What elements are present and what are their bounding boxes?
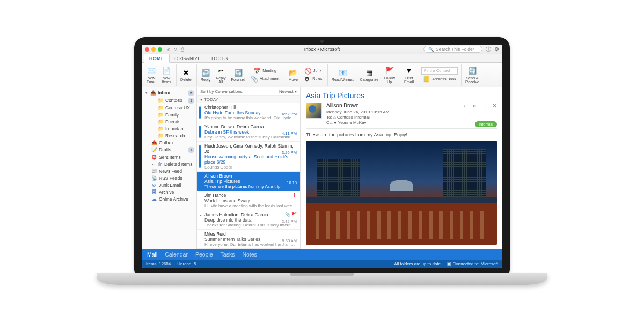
- status-connected: ▣ Connected to: Microsoft: [447, 261, 498, 266]
- filter-email-button[interactable]: ▼FilterEmail: [402, 64, 415, 86]
- message-item[interactable]: ▸ 📎🚩 James Halmitton, Debra Garcia Deep …: [197, 210, 300, 230]
- reading-pane: Asia Trip Pictures Allison Brown Monday …: [301, 87, 502, 249]
- app-window: ⎌ ↻ ⎙ Inbox • Microsoft 🔍 Search This Fo…: [142, 45, 502, 268]
- search-input[interactable]: 🔍 Search This Folder: [423, 46, 482, 53]
- sidebar-online-archive[interactable]: ☁Online Archive: [142, 195, 196, 202]
- folder-icon: 📁: [158, 126, 163, 131]
- prev-arrow-icon[interactable]: ←: [463, 103, 469, 109]
- sidebar-junk[interactable]: ⊘Junk Email: [142, 181, 196, 188]
- junk-icon: 🚫: [304, 67, 312, 75]
- new-items-button[interactable]: 📄NewItems: [160, 64, 173, 86]
- forward-icon: ↪️: [233, 68, 243, 77]
- flag-icon: 🚩: [385, 66, 394, 76]
- chevron-down-icon: ▾: [145, 91, 148, 95]
- tab-organize[interactable]: ORGANIZE: [170, 54, 206, 62]
- junk-button[interactable]: 🚫Junk: [302, 67, 324, 75]
- message-item[interactable]: ▸ Heidi Joseph, Gina Kennedy, Ralph Stam…: [197, 142, 300, 172]
- reply-all-button[interactable]: ⤺ReplyAll: [214, 64, 227, 86]
- laptop-base: [97, 273, 547, 285]
- undo-icon[interactable]: ⎌: [167, 47, 170, 52]
- folder-count-badge: 1: [188, 98, 194, 104]
- group-today[interactable]: ▾TODAY: [197, 96, 300, 103]
- category-pill[interactable]: Informal: [475, 121, 497, 127]
- sender-avatar[interactable]: [306, 103, 322, 119]
- nav-people[interactable]: People: [195, 251, 213, 258]
- status-unread: Unread: 5: [177, 261, 196, 266]
- unread-indicator: [199, 145, 201, 168]
- follow-up-button[interactable]: 🚩FollowUp: [382, 64, 397, 86]
- forward-button[interactable]: ↪️Forward: [230, 64, 247, 86]
- message-item[interactable]: Christopher Hill Old Hyde Farm this Sund…: [197, 103, 300, 122]
- print-icon[interactable]: ⎙: [181, 47, 184, 52]
- tab-home[interactable]: HOME: [144, 54, 170, 63]
- sidebar-folder-contoso-ux[interactable]: 📁Contoso UX: [142, 104, 196, 111]
- categorize-button[interactable]: ▦Categorize: [358, 64, 380, 86]
- folder-icon: 📁: [158, 133, 163, 138]
- settings-icon[interactable]: ⚙: [494, 46, 499, 52]
- folder-icon: 📁: [158, 112, 163, 118]
- window-zoom-button[interactable]: [158, 47, 162, 52]
- exclaim-icon: ❗: [291, 193, 297, 197]
- window-minimize-button[interactable]: [151, 47, 156, 52]
- sidebar-folder-friends[interactable]: 📁Friends: [142, 118, 196, 125]
- sidebar-inbox[interactable]: ▾📥Inbox5: [142, 89, 196, 97]
- inbox-icon: 📥: [150, 90, 156, 96]
- sidebar-folder-research[interactable]: 📁Research: [142, 132, 196, 139]
- close-preview-icon[interactable]: ✕: [492, 103, 497, 109]
- reply-arrow-icon[interactable]: ↞: [473, 103, 478, 109]
- attachment-button[interactable]: 📎Attachment: [249, 75, 281, 83]
- sort-order-toggle[interactable]: Newest ▾: [279, 89, 297, 94]
- nav-tasks[interactable]: Tasks: [221, 251, 235, 258]
- sidebar-drafts[interactable]: 📝Drafts1: [142, 146, 196, 153]
- thread-expand-icon[interactable]: ▸: [200, 213, 202, 217]
- help-icon[interactable]: ⓘ: [486, 46, 491, 53]
- find-contact-input[interactable]: Find a Contact: [421, 67, 458, 75]
- attachment-image[interactable]: [306, 141, 497, 245]
- rules-button[interactable]: ⚙Rules: [302, 75, 324, 83]
- message-list-pane: Sort by Conversations Newest ▾ ▾TODAY Ch…: [197, 87, 301, 249]
- reply-button[interactable]: ↩️Reply: [199, 64, 212, 86]
- message-item[interactable]: ❗ Jim Hance Work Items and Swags Hi, We …: [197, 191, 300, 210]
- sidebar-folder-family[interactable]: 📁Family: [142, 111, 196, 118]
- drafts-count-badge: 1: [188, 147, 194, 153]
- sidebar-newsfeed[interactable]: 📰News Feed: [142, 167, 196, 174]
- message-body-text: These are the pictures from my Asia trip…: [306, 129, 497, 137]
- sidebar-sent[interactable]: 📮Sent Items: [142, 153, 196, 160]
- search-icon: 🔍: [428, 47, 434, 52]
- sidebar-folder-contoso[interactable]: 📁Contoso1: [142, 97, 196, 104]
- meeting-button[interactable]: 📅Meeting: [249, 67, 281, 75]
- delete-button[interactable]: ✖Delete: [179, 64, 193, 86]
- reply-icon: ↩️: [201, 68, 210, 77]
- nav-notes[interactable]: Notes: [242, 251, 257, 258]
- send-receive-button[interactable]: 🔄Send &Receive: [464, 64, 481, 86]
- redo-icon[interactable]: ↻: [173, 47, 178, 52]
- module-switcher: Mail Calendar People Tasks Notes: [142, 249, 502, 260]
- new-email-button[interactable]: ✉️NewEmail: [145, 64, 158, 86]
- message-item[interactable]: Miles Reid Summer Intern Talks Series Hi…: [197, 230, 300, 249]
- message-item-selected[interactable]: Allison Brown Asia Trip Pictures These a…: [197, 172, 300, 191]
- delete-icon: ✖: [181, 68, 191, 77]
- message-cc: Cc: ● Yvonne McKay: [326, 120, 389, 126]
- folder-sidebar: ▾📥Inbox5 📁Contoso1 📁Contoso UX 📁Family 📁…: [142, 87, 197, 249]
- sidebar-archive[interactable]: 🗄Archive: [142, 188, 196, 195]
- sidebar-outbox[interactable]: 📤Outbox: [142, 139, 196, 146]
- next-arrow-icon[interactable]: →: [482, 103, 488, 109]
- move-button[interactable]: 📂Move: [287, 64, 299, 86]
- sort-by-label[interactable]: Sort by Conversations: [200, 89, 243, 94]
- window-close-button[interactable]: [145, 47, 149, 52]
- sidebar-deleted[interactable]: ▸🗑Deleted Items: [142, 160, 196, 167]
- rss-icon: 📡: [151, 175, 157, 181]
- nav-calendar[interactable]: Calendar: [165, 251, 188, 258]
- nav-mail[interactable]: Mail: [147, 251, 157, 258]
- sidebar-rss[interactable]: 📡RSS Feeds: [142, 174, 196, 181]
- sidebar-folder-important[interactable]: 📁Important: [142, 125, 196, 132]
- message-to: To: ⌂ Contoso Informal: [326, 115, 389, 120]
- message-item[interactable]: ▸ Yvonne Drown, Debra Garcia Debra in SF…: [197, 122, 300, 142]
- book-icon: 📒: [423, 76, 430, 83]
- unread-indicator: [199, 106, 201, 119]
- address-book-button[interactable]: 📒Address Book: [421, 76, 458, 83]
- trash-icon: 🗑: [157, 162, 162, 167]
- read-unread-button[interactable]: 📧Read/Unread: [330, 64, 356, 86]
- news-icon: 📰: [151, 169, 157, 174]
- tab-tools[interactable]: TOOLS: [206, 54, 233, 62]
